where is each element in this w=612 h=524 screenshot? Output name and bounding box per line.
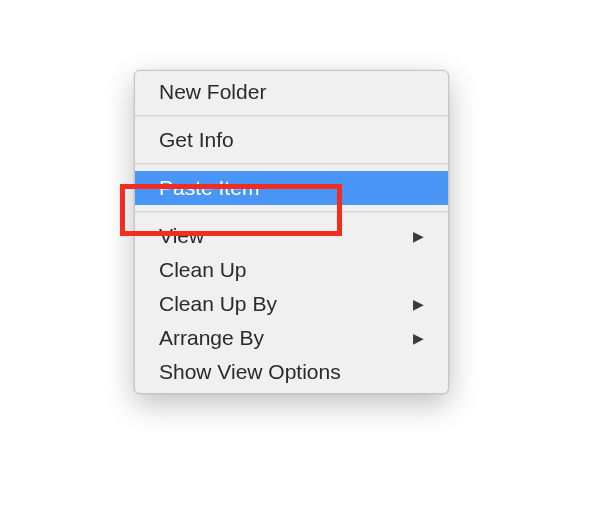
menu-item-label: Arrange By — [159, 326, 405, 350]
chevron-right-icon: ▶ — [413, 330, 424, 346]
menu-item-show-view-options[interactable]: Show View Options — [135, 355, 448, 389]
menu-item-label: View — [159, 224, 405, 248]
menu-item-new-folder[interactable]: New Folder — [135, 75, 448, 109]
menu-separator — [135, 115, 448, 117]
menu-item-clean-up[interactable]: Clean Up — [135, 253, 448, 287]
menu-item-label: New Folder — [159, 80, 424, 104]
menu-item-label: Clean Up By — [159, 292, 405, 316]
menu-item-label: Get Info — [159, 128, 424, 152]
menu-item-clean-up-by[interactable]: Clean Up By ▶ — [135, 287, 448, 321]
chevron-right-icon: ▶ — [413, 228, 424, 244]
menu-item-get-info[interactable]: Get Info — [135, 123, 448, 157]
menu-item-label: Clean Up — [159, 258, 424, 282]
menu-separator — [135, 211, 448, 213]
context-menu: New Folder Get Info Paste Item View ▶ Cl… — [134, 70, 449, 394]
menu-item-label: Show View Options — [159, 360, 424, 384]
chevron-right-icon: ▶ — [413, 296, 424, 312]
menu-item-view[interactable]: View ▶ — [135, 219, 448, 253]
menu-separator — [135, 163, 448, 165]
menu-item-paste-item[interactable]: Paste Item — [135, 171, 448, 205]
menu-item-label: Paste Item — [159, 176, 424, 200]
menu-item-arrange-by[interactable]: Arrange By ▶ — [135, 321, 448, 355]
